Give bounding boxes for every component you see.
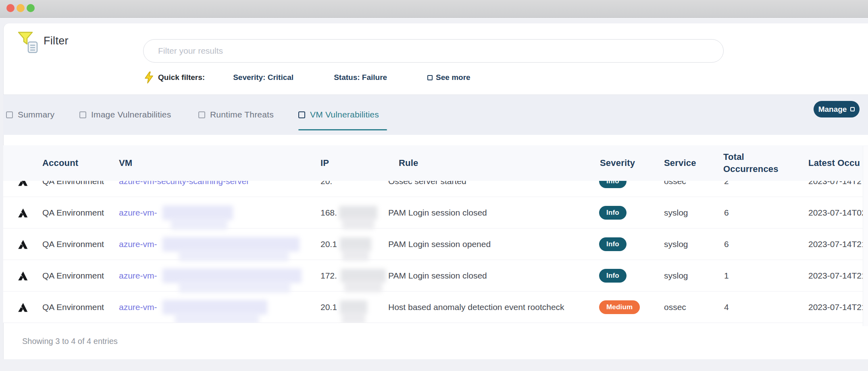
rule-cell: PAM Login session closed bbox=[388, 271, 593, 281]
severity-badge: Medium bbox=[599, 300, 640, 314]
latest-occurrence-cell: 2023-07-14T02: bbox=[804, 208, 868, 218]
severity-cell: Info bbox=[593, 206, 659, 220]
vm-cell: azure-vm- bbox=[119, 228, 321, 260]
severity-cell: Info bbox=[593, 237, 659, 251]
column-header-service[interactable]: Service bbox=[659, 157, 718, 169]
column-header-latest-occurrence[interactable]: Latest Occu bbox=[804, 157, 868, 169]
vm-link[interactable]: azure-vm-security-scanning-server bbox=[119, 181, 249, 186]
azure-logo-icon bbox=[17, 302, 28, 313]
filter-panel-title: Filter bbox=[44, 35, 69, 47]
table-row[interactable]: QA Environment azure-vm- 172. PAM Login … bbox=[3, 260, 868, 291]
quick-filters-label: Quick filters: bbox=[158, 73, 205, 82]
ip-cell: 172. bbox=[321, 260, 388, 291]
total-occurrences-cell: 4 bbox=[718, 302, 804, 312]
vm-link[interactable]: azure-vm- bbox=[119, 208, 157, 218]
tab-image-vulnerabilities[interactable]: Image Vulnerabilities bbox=[79, 110, 171, 119]
redacted-ip bbox=[341, 269, 386, 283]
azure-logo-icon bbox=[17, 208, 28, 218]
service-cell: ossec bbox=[659, 181, 718, 186]
severity-cell: Info bbox=[593, 181, 659, 188]
redacted-vm-name bbox=[162, 300, 267, 314]
service-cell: ossec bbox=[659, 302, 718, 312]
vm-link[interactable]: azure-vm- bbox=[119, 239, 157, 249]
severity-badge: Info bbox=[599, 237, 627, 251]
ip-cell: 20. bbox=[321, 181, 388, 197]
column-header-severity[interactable]: Severity bbox=[593, 157, 659, 169]
table-row[interactable]: QA Environment azure-vm-security-scannin… bbox=[3, 181, 868, 197]
tab-summary[interactable]: Summary bbox=[6, 110, 54, 119]
tab-summary-label: Summary bbox=[18, 110, 54, 119]
severity-badge: Info bbox=[599, 269, 627, 283]
ip-value: 168. bbox=[321, 208, 337, 218]
redacted-ip bbox=[340, 300, 367, 314]
see-more-button[interactable]: See more bbox=[427, 73, 470, 82]
account-cell: QA Environment bbox=[42, 208, 119, 218]
tab-runtime-threats[interactable]: Runtime Threats bbox=[198, 110, 274, 119]
close-window-button[interactable] bbox=[6, 4, 15, 12]
total-occurrences-cell: 1 bbox=[718, 271, 804, 281]
table-scrollbar[interactable] bbox=[863, 146, 868, 326]
column-header-rule[interactable]: Rule bbox=[388, 157, 593, 169]
manage-button-label: Manage bbox=[818, 105, 847, 114]
redacted-ip bbox=[340, 237, 371, 251]
redacted-ip bbox=[339, 206, 377, 220]
filter-funnel-icon bbox=[16, 30, 40, 53]
column-header-total-occurrences[interactable]: Total Occurrences bbox=[718, 151, 804, 175]
azure-logo-icon bbox=[17, 181, 28, 187]
redacted-vm-name bbox=[162, 268, 302, 283]
checkbox-icon[interactable] bbox=[79, 111, 86, 118]
lightning-bolt-icon bbox=[144, 71, 154, 84]
table-row[interactable]: QA Environment azure-vm- 20.1 Host based… bbox=[3, 291, 868, 323]
total-line2: Occurrences bbox=[723, 163, 804, 175]
service-cell: syslog bbox=[659, 271, 718, 281]
rule-cell: Ossec server started bbox=[388, 181, 593, 186]
ip-cell: 20.1 bbox=[321, 291, 388, 323]
quick-filter-status-failure[interactable]: Status: Failure bbox=[334, 73, 387, 82]
latest-occurrence-cell: 2023-07-14T21: bbox=[804, 302, 868, 312]
checkbox-icon[interactable] bbox=[6, 111, 13, 118]
severity-cell: Info bbox=[593, 269, 659, 283]
maximize-window-button[interactable] bbox=[27, 4, 35, 12]
quick-filters-bar: Quick filters: Severity: Critical Status… bbox=[144, 71, 470, 84]
total-occurrences-cell: 6 bbox=[718, 239, 804, 249]
azure-logo-icon bbox=[17, 270, 28, 281]
tab-image-vulnerabilities-label: Image Vulnerabilities bbox=[91, 110, 171, 119]
ip-value: 20.1 bbox=[321, 302, 337, 312]
column-header-account[interactable]: Account bbox=[42, 157, 119, 169]
manage-button[interactable]: Manage bbox=[814, 101, 860, 117]
account-cell: QA Environment bbox=[42, 181, 119, 186]
column-header-ip[interactable]: IP bbox=[321, 157, 388, 169]
table-row[interactable]: QA Environment azure-vm- 168. PAM Login … bbox=[3, 197, 868, 228]
vm-link[interactable]: azure-vm- bbox=[119, 302, 157, 312]
filter-search-input[interactable] bbox=[143, 39, 724, 63]
see-more-icon bbox=[427, 75, 433, 80]
app-window: Filter Quick filters: Severity: Critical… bbox=[0, 0, 868, 371]
latest-occurrence-cell: 2023-07-14T21: bbox=[804, 239, 868, 249]
minimize-window-button[interactable] bbox=[17, 4, 25, 12]
see-more-label: See more bbox=[436, 73, 470, 82]
ip-cell: 20.1 bbox=[321, 228, 388, 260]
checkbox-icon[interactable] bbox=[298, 111, 305, 118]
external-link-icon bbox=[850, 107, 855, 111]
total-occurrences-cell: 2 bbox=[718, 181, 804, 186]
tab-vm-vulnerabilities[interactable]: VM Vulnerabilities bbox=[298, 110, 379, 119]
table-row[interactable]: QA Environment azure-vm- 20.1 PAM Login … bbox=[3, 228, 868, 260]
checkbox-icon[interactable] bbox=[198, 111, 205, 118]
column-header-vm[interactable]: VM bbox=[119, 157, 321, 169]
severity-cell: Medium bbox=[593, 300, 659, 314]
total-occurrences-cell: 6 bbox=[718, 208, 804, 218]
ip-value: 20.1 bbox=[321, 239, 337, 249]
redacted-vm-name bbox=[162, 237, 300, 252]
vm-link[interactable]: azure-vm- bbox=[119, 271, 157, 281]
account-cell: QA Environment bbox=[42, 271, 119, 281]
account-cell: QA Environment bbox=[42, 302, 119, 312]
latest-occurrence-cell: 2023-07-14T2 bbox=[804, 181, 868, 186]
ip-value: 172. bbox=[321, 271, 337, 281]
quick-filter-severity-critical[interactable]: Severity: Critical bbox=[233, 73, 293, 82]
vm-cell: azure-vm- bbox=[119, 197, 321, 228]
ip-cell: 168. bbox=[321, 197, 388, 228]
vm-cell: azure-vm- bbox=[119, 291, 321, 323]
redacted-vm-name bbox=[162, 205, 233, 220]
total-line1: Total bbox=[723, 151, 804, 163]
service-cell: syslog bbox=[659, 208, 718, 218]
